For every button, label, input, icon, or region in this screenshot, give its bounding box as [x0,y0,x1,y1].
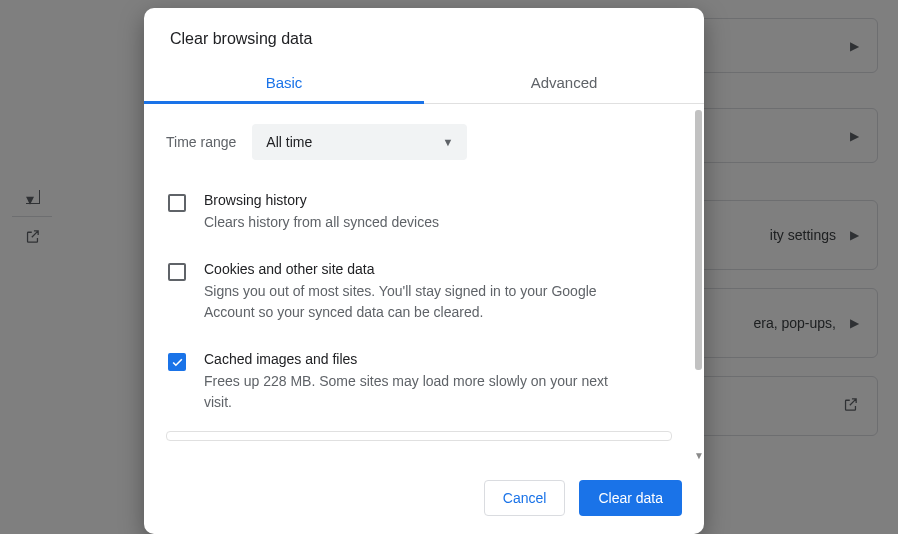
time-range-value: All time [266,134,312,150]
checkbox-cached[interactable] [168,353,186,371]
tab-advanced[interactable]: Advanced [424,62,704,103]
option-desc: Signs you out of most sites. You'll stay… [204,281,634,323]
info-box-partial [166,431,672,441]
time-range-row: Time range All time ▼ [166,118,672,178]
scrollbar-thumb[interactable] [695,110,702,370]
option-title: Browsing history [204,192,439,208]
clear-data-button[interactable]: Clear data [579,480,682,516]
dialog-footer: Cancel Clear data [144,462,704,534]
option-cached: Cached images and files Frees up 228 MB.… [166,337,672,427]
cancel-button[interactable]: Cancel [484,480,566,516]
time-range-label: Time range [166,134,236,150]
scroll-down-icon[interactable]: ▼ [694,450,704,460]
chevron-down-icon: ▼ [442,136,453,148]
tab-basic[interactable]: Basic [144,62,424,103]
checkbox-browsing-history[interactable] [168,194,186,212]
dialog-tabs: Basic Advanced [144,62,704,104]
option-desc: Frees up 228 MB. Some sites may load mor… [204,371,634,413]
clear-browsing-data-dialog: Clear browsing data Basic Advanced Time … [144,8,704,534]
scrollbar-track[interactable]: ▼ [694,104,704,462]
option-desc: Clears history from all synced devices [204,212,439,233]
option-title: Cookies and other site data [204,261,634,277]
option-browsing-history: Browsing history Clears history from all… [166,178,672,247]
dialog-scroll-area: Time range All time ▼ Browsing history C… [144,104,694,462]
checkbox-cookies[interactable] [168,263,186,281]
dialog-body: Time range All time ▼ Browsing history C… [144,104,704,462]
option-cookies: Cookies and other site data Signs you ou… [166,247,672,337]
dialog-title: Clear browsing data [144,8,704,62]
option-title: Cached images and files [204,351,634,367]
time-range-select[interactable]: All time ▼ [252,124,467,160]
